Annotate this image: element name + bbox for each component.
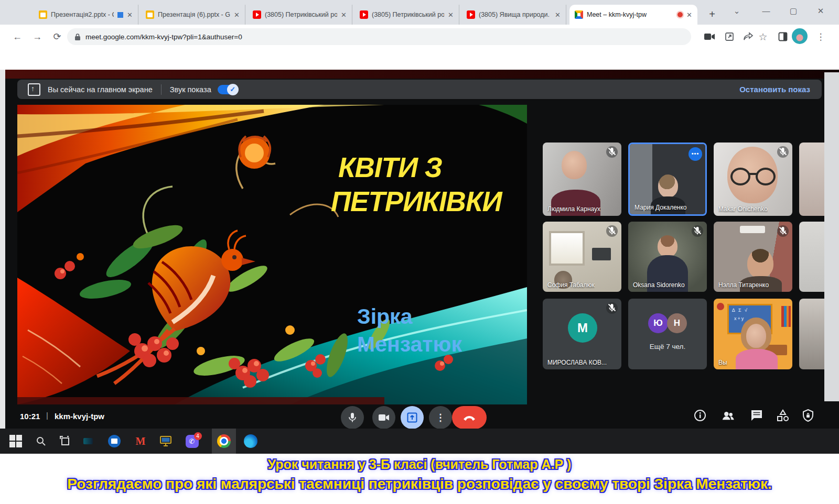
- share-icon[interactable]: [740, 29, 756, 45]
- forward-button[interactable]: →: [29, 29, 45, 45]
- windows-taskbar: M ✆4 ^v ^ РУС UKRE 10:21 24.05.2022 2: [0, 429, 839, 454]
- search-button[interactable]: [34, 434, 48, 448]
- tab-youtube-1[interactable]: (3805) Петриківський розп ✕: [248, 5, 352, 25]
- slide-title-line2: ПЕТРИКІВКИ: [331, 185, 502, 219]
- presenting-status-text: Вы сейчас на главном экране: [48, 85, 153, 94]
- caption-line2: Розглядаємо про які малярські таємниці п…: [0, 476, 839, 492]
- tab-thumbnail: [117, 12, 123, 18]
- app-icon: [108, 435, 121, 447]
- divider: [161, 84, 162, 95]
- tab-close-icon[interactable]: ✕: [127, 11, 133, 19]
- meeting-details-button[interactable]: [693, 409, 707, 422]
- address-bar[interactable]: meet.google.com/kkm-kvyj-tpw?pli=1&authu…: [67, 28, 691, 45]
- present-icon: [407, 412, 417, 423]
- camera-icon: [379, 414, 389, 421]
- present-button[interactable]: [401, 406, 424, 429]
- chat-button[interactable]: [750, 409, 763, 422]
- end-call-button[interactable]: [452, 406, 487, 429]
- url-text: meet.google.com/kkm-kvyj-tpw?pli=1&authu…: [85, 33, 242, 41]
- window-close-button[interactable]: ✕: [812, 3, 830, 19]
- air-conditioner: [740, 226, 765, 233]
- tab-close-icon[interactable]: ✕: [686, 11, 692, 19]
- window-minimize-button[interactable]: —: [757, 3, 775, 19]
- search-icon: [36, 436, 46, 446]
- tab-presentation2[interactable]: Презентація2.pptx - G ✕: [34, 5, 138, 25]
- tab-close-icon[interactable]: ✕: [234, 11, 240, 19]
- toggle-check-icon: ✓: [227, 84, 239, 95]
- slide-title: КВІТИ З ПЕТРИКІВКИ: [331, 151, 502, 218]
- stop-presenting-button[interactable]: Остановить показ: [739, 85, 810, 94]
- slide-author: Зірка Мензатюк: [357, 303, 462, 359]
- task-view-button[interactable]: [58, 434, 72, 448]
- browser-menu-icon[interactable]: ⋮: [813, 29, 829, 45]
- participant-tile-makar[interactable]: Makar Onichenko: [714, 143, 792, 216]
- share-sound-label: Звук показа: [170, 85, 211, 94]
- app-icon-blue-circle[interactable]: [107, 434, 122, 448]
- meet-favicon: [575, 10, 583, 19]
- participant-name: МИРОСЛАВА КОВ...: [547, 359, 607, 366]
- tab-sharing-camera-icon[interactable]: [702, 29, 717, 45]
- tab-close-icon[interactable]: ✕: [341, 11, 347, 19]
- share-sound-toggle[interactable]: ✓: [218, 85, 238, 94]
- participant-name: Oksana Sidorenko: [633, 281, 685, 289]
- lock-icon: [74, 33, 81, 41]
- tab-close-icon[interactable]: ✕: [448, 11, 454, 19]
- pinned-app-icon[interactable]: [81, 434, 95, 448]
- viber-icon[interactable]: ✆4: [185, 434, 199, 448]
- mic-off-icon: [777, 146, 789, 158]
- mic-off-icon: [777, 225, 789, 237]
- chrome-icon[interactable]: [217, 434, 231, 448]
- participant-tile-lyudmila[interactable]: Людмила Карнаух: [543, 143, 621, 216]
- participant-tile-oksana[interactable]: Oksana Sidorenko: [628, 222, 707, 292]
- mic-icon: [348, 412, 357, 423]
- tab-close-icon[interactable]: ✕: [555, 11, 561, 19]
- participant-tile-nella[interactable]: Нэлла Титаренко: [714, 222, 792, 292]
- shared-screen-top-edge: [0, 70, 839, 79]
- new-tab-button[interactable]: +: [705, 7, 719, 21]
- mic-off-icon: [606, 302, 618, 314]
- window-menu-button[interactable]: ⌄: [728, 3, 746, 19]
- glasses-icon: [730, 168, 750, 185]
- camera-button[interactable]: [372, 406, 395, 429]
- avatar: М: [568, 313, 597, 343]
- gmail-icon[interactable]: M: [133, 434, 148, 448]
- participant-tile-maria[interactable]: ••• Мария Докаленко: [628, 143, 707, 216]
- more-participants-tile[interactable]: Ю Н Ещё 7 чел.: [628, 299, 707, 369]
- reload-button[interactable]: ⟳: [49, 29, 65, 45]
- activities-button[interactable]: [776, 409, 790, 422]
- tab-youtube-3[interactable]: (3805) Явища природи. Гр ✕: [461, 5, 566, 25]
- tab-meet-active[interactable]: Meet – kkm-kvyj-tpw ✕: [569, 5, 697, 25]
- host-controls-button[interactable]: [801, 409, 815, 422]
- side-panel-icon[interactable]: [775, 29, 791, 45]
- youtube-favicon: [467, 10, 475, 19]
- task-view-icon: [60, 436, 70, 446]
- self-label: Вы: [718, 359, 727, 366]
- mic-button[interactable]: [341, 406, 364, 429]
- bookmark-star-icon[interactable]: ☆: [755, 29, 771, 45]
- start-button[interactable]: [8, 434, 23, 448]
- window-maximize-button[interactable]: ▢: [784, 3, 802, 19]
- profile-avatar[interactable]: [792, 28, 808, 44]
- present-screen-icon: [28, 83, 40, 96]
- divider: |: [46, 411, 48, 420]
- app-icon-desktop[interactable]: [158, 434, 173, 448]
- tab-youtube-2[interactable]: (3805) Петриківський розп ✕: [354, 5, 459, 25]
- edge-icon[interactable]: [243, 434, 258, 448]
- participant-tile-miroslava[interactable]: М МИРОСЛАВА КОВ...: [543, 299, 621, 369]
- participants-button[interactable]: 16: [722, 409, 735, 422]
- tab-title: (3805) Петриківський розп: [265, 11, 337, 18]
- back-button[interactable]: ←: [9, 29, 25, 45]
- windows-logo-icon: [9, 435, 22, 447]
- avatar: Н: [667, 313, 687, 333]
- self-view-tile[interactable]: ∆ Σ √ x+y Вы: [714, 299, 792, 369]
- petrykivka-artwork: [17, 105, 527, 404]
- wall-clock: [717, 303, 724, 310]
- more-options-button[interactable]: ⋮: [429, 406, 452, 429]
- slide-title-line1: КВІТИ З: [338, 151, 502, 185]
- participant-name: Makar Onichenko: [718, 205, 768, 213]
- participant-tile-sofia[interactable]: София Табалюк: [543, 222, 621, 292]
- tab-presentation6[interactable]: Презентація (6).pptx - Goo ✕: [141, 5, 245, 25]
- slide-author-line2: Мензатюк: [357, 331, 462, 358]
- tile-menu-button[interactable]: •••: [689, 147, 702, 161]
- popout-icon[interactable]: [722, 29, 737, 45]
